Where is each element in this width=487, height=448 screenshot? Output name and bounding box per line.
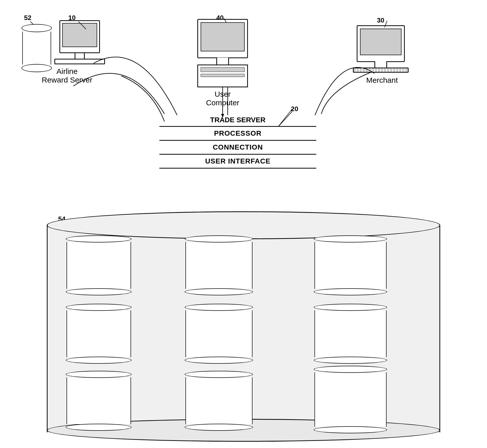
cylinder-merchant-connection-profiles: MERCHANTCONNECTIONPROFILES (185, 235, 253, 295)
cylinder-user-preferences: USERPREFERENCES (66, 304, 132, 364)
merchant-monitor (357, 25, 405, 62)
cylinder-merchant-offers: MERCHANTOFFERS (185, 371, 253, 431)
trade-server-box: TRADE SERVER PROCESSOR CONNECTION USER I… (159, 114, 316, 169)
trade-server-user-interface: USER INTERFACE (159, 155, 316, 169)
cylinder-reward-server-connection-profiles: REWARDSERVERCONNECTIONPROFILES (314, 235, 387, 295)
cylinder-reward-server-conversion-rates: REWARDSERVERCONVERSIONRATES (314, 304, 387, 364)
trade-server-title: TRADE SERVER (159, 114, 316, 127)
user-computer-label: User Computer (197, 90, 248, 107)
ref-label-30: 30 (377, 16, 384, 24)
airline-db-cylinder (22, 24, 52, 72)
user-computer-monitor (197, 19, 248, 58)
trade-server-connection: CONNECTION (159, 141, 316, 155)
cylinder-user-accounts: USERACCOUNTS (66, 235, 132, 295)
cylinder-merchant-conversion-rates: MERCHANTCONVERSIONRATES (185, 304, 253, 364)
airline-computer-monitor (59, 20, 100, 53)
diagram-container: 52 10 40 30 20 54 Airline Reward Server … (0, 0, 487, 448)
cylinder-reward-server-account-classification-data: REWARDSERVERACCOUNTCLASSIFICATIONDATA (314, 366, 387, 433)
ref-label-20: 20 (291, 105, 298, 113)
merchant-label: Merchant (362, 76, 402, 85)
cylinder-user-redemption-profiles: USERREDEMPTIONPROFILES (66, 371, 132, 431)
ref-label-52: 52 (24, 14, 31, 22)
trade-server-processor: PROCESSOR (159, 127, 316, 141)
